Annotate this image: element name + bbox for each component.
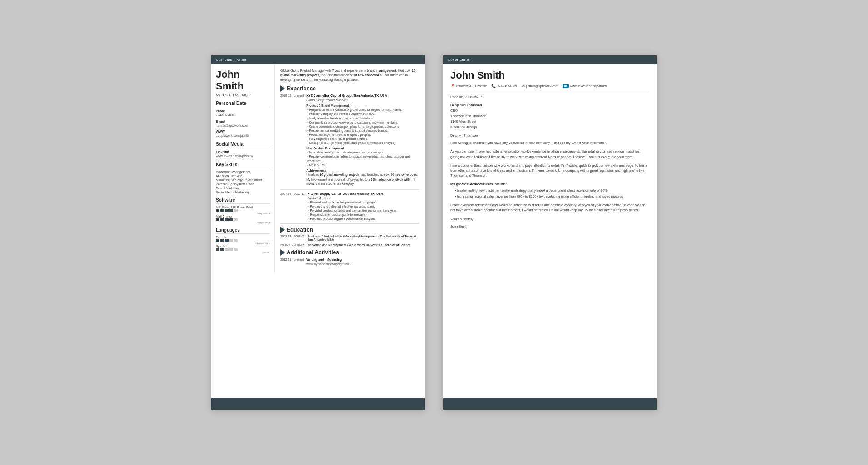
key-skills-title: Key Skills	[216, 162, 270, 168]
language-name: French	[216, 236, 270, 239]
education-arrow-icon	[280, 227, 285, 233]
edu-dates: 2005-09 - 2007-05	[280, 235, 305, 241]
cl-header-bar: Cover Letter	[443, 55, 657, 64]
exp-bullet: • Planned and implemented promotional ca…	[308, 200, 420, 204]
cl-body: John Smith 📍 Phoenix, AZ, Phoenix 📞 774-…	[443, 64, 657, 234]
cl-phone: 📞 774-987-4009	[491, 84, 517, 88]
cv-summary: Global Group Product Manager with 7 year…	[280, 69, 419, 82]
experience-header: Experience	[280, 85, 419, 92]
cl-email: ✉ j.smith@uptowork.com	[522, 84, 559, 88]
cl-phone-text: 774-987-4009	[497, 84, 517, 88]
activities-title: Additional Activities	[287, 249, 339, 256]
cl-paragraph1: I am writing to enquire if you have any …	[450, 140, 649, 145]
experience-entry: 2010-12 - presentXYZ Cosmetics Capital G…	[280, 94, 419, 187]
email-value: j.smith@uptowork.com	[216, 124, 270, 128]
recipient-name: Benjamin Thomson	[450, 103, 482, 107]
exp-bullet: • Analyze market trends and recommend so…	[306, 116, 419, 120]
exp-achievement: My involvement in a stock sell-off proje…	[306, 178, 419, 186]
exp-sub-title: Product & Brand Management:	[306, 104, 419, 108]
exp-bullet: • Prepared product segment performance a…	[308, 217, 420, 221]
skill-item: Marketing Strategy Development	[216, 178, 270, 182]
languages-list: FrenchIntermediateSpanishBasic	[216, 236, 270, 254]
cv-page: Curriculum Vitae John Smith Marketing Ma…	[211, 55, 425, 410]
www-value: cv.uptowork.com/j.smith	[216, 134, 270, 138]
exp-content: XYZ Cosmetics Capital Group / San Antoni…	[306, 94, 419, 187]
exp-bullet: • Responsible for product portfolio fore…	[308, 213, 420, 217]
exp-bullet: • Prepare Category and Portfolio Deploym…	[306, 112, 419, 116]
cl-date: Phoenix, 2016-05-17	[450, 95, 649, 99]
cv-body: John Smith Marketing Manager Personal Da…	[211, 64, 425, 273]
linkedin-icon: in	[563, 84, 568, 88]
education-header: Education	[280, 227, 419, 233]
cv-main: Global Group Product Manager with 7 year…	[275, 64, 425, 273]
cl-salutation: Dear Mr Thomson	[450, 134, 649, 138]
exp-bullet: • Manage product portfolio (product segm…	[306, 141, 419, 145]
edu-dates: 2000-10 - 2004-05	[280, 243, 305, 247]
software-title: Software	[216, 198, 270, 204]
software-rating-bar	[216, 209, 270, 212]
exp-company: Kitchen Supply Center Ltd / San Antonio,…	[308, 192, 420, 196]
exp-bullet: • Prepare annual marketing plans to supp…	[306, 129, 419, 133]
activities-header: Additional Activities	[280, 249, 419, 256]
email-icon: ✉	[522, 84, 525, 88]
personal-data-title: Personal Data	[216, 101, 270, 107]
recipient-company: Thomson and Thomson	[450, 114, 486, 118]
cl-location-text: Phoenix, AZ, Phoenix	[456, 84, 487, 88]
cover-letter-page: Cover Letter John Smith 📍 Phoenix, AZ, P…	[443, 55, 657, 410]
cl-linkedin-text: www.linkedin.com/johnutw	[570, 84, 607, 88]
software-rating-label: Very Good	[216, 221, 270, 224]
exp-job-title: Product Manager	[308, 196, 420, 200]
location-icon: 📍	[450, 84, 455, 88]
exp-bullet: • Manage P&L.	[306, 163, 419, 167]
exp-bullet: • Provided product portfolios and compet…	[308, 208, 420, 213]
cl-achievements-list: • Implementing new customer relations st…	[450, 188, 649, 199]
language-name: Spanish	[216, 245, 270, 248]
cl-header-label: Cover Letter	[448, 58, 470, 62]
activity-detail: www.mymarketingcampaigns.me	[306, 262, 419, 266]
activities-list: 2012-01 - presentWriting and Influencing…	[280, 257, 419, 266]
cl-closing-paragraph: I have excellent references and would be…	[450, 203, 649, 213]
skill-item: Innovation Management	[216, 170, 270, 173]
experience-entry: 2007-09 - 2010-11Kitchen Supply Center L…	[280, 192, 419, 221]
cl-achievements-title: My greatest achievements include:	[450, 182, 649, 186]
exp-sub-title: New Product Development:	[306, 146, 419, 150]
exp-bullet: • Project management (teams of up to 5 p…	[306, 133, 419, 137]
cv-bottom-bar	[211, 398, 425, 410]
email-label: E-mail	[216, 120, 270, 123]
language-rating-label: Basic	[216, 251, 270, 254]
experience-arrow-icon	[280, 85, 285, 92]
phone-value: 774-987-4009	[216, 113, 270, 118]
cl-location: 📍 Phoenix, AZ, Phoenix	[450, 84, 487, 88]
cl-signature: John Smith	[450, 224, 649, 228]
software-rating-bar	[216, 218, 270, 221]
skills-list: Innovation ManagementAnalytical Thinking…	[216, 170, 270, 194]
recipient-address: 1140 Main Street	[450, 119, 476, 124]
cl-recipient: Benjamin Thomson CEO Thomson and Thomson…	[450, 103, 649, 130]
exp-achievement: I finalized 10 global marketing projects…	[306, 173, 419, 177]
language-rating-bar	[216, 248, 270, 251]
cv-job-title: Marketing Manager	[216, 93, 270, 97]
edu-content: Marketing and Management / West Miami Un…	[308, 243, 420, 247]
pages-container: Curriculum Vitae John Smith Marketing Ma…	[211, 55, 657, 410]
recipient-title: CEO	[450, 109, 458, 113]
exp-company: XYZ Cosmetics Capital Group / San Antoni…	[306, 94, 419, 98]
linkedin-label: LinkedIn	[216, 150, 270, 153]
languages-title: Languages	[216, 228, 270, 234]
skill-item: Portfolio Deployment Plans	[216, 183, 270, 186]
skill-item: Analytical Thinking	[216, 174, 270, 178]
exp-bullet: • Prepare communication plans to support…	[306, 154, 419, 163]
phone-label: Phone	[216, 109, 270, 113]
skill-item: E-mail Marketing	[216, 187, 270, 190]
exp-dates: 2007-09 - 2010-11	[280, 192, 305, 221]
cl-paragraph2: As you can see, I have had extensive vac…	[450, 149, 649, 159]
exp-content: Kitchen Supply Center Ltd / San Antonio,…	[308, 192, 420, 221]
experience-list: 2010-12 - presentXYZ Cosmetics Capital G…	[280, 94, 419, 224]
education-list: 2005-09 - 2007-05Business Administration…	[280, 235, 419, 247]
cv-header-bar: Curriculum Vitae	[211, 55, 425, 64]
phone-icon: 📞	[491, 84, 496, 88]
education-title: Education	[287, 227, 313, 233]
skill-item: Social Media Marketing	[216, 191, 270, 194]
activity-content: Writing and Influencingwww.mymarketingca…	[306, 257, 419, 266]
activity-title: Writing and Influencing	[306, 257, 419, 262]
exp-dates: 2010-12 - present	[280, 94, 304, 187]
